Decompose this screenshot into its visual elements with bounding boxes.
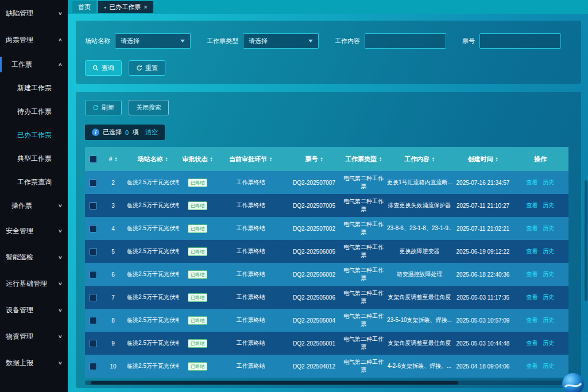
tab-close-icon[interactable]: × [144, 3, 147, 10]
tab[interactable]: ● 已办工作票 × [98, 1, 153, 13]
sort-icon[interactable]: ▲▼ [379, 157, 382, 161]
history-link[interactable]: 历史 [543, 178, 555, 187]
sort-icon[interactable]: ▲▼ [115, 157, 118, 161]
sidebar-item[interactable]: 工作票查询 [0, 170, 68, 194]
row-checkbox[interactable] [90, 225, 97, 232]
station-cell: 临洮2.5万千瓦光伏电... [125, 362, 180, 370]
station-select[interactable]: 请选择 [115, 33, 191, 49]
clear-selection-link[interactable]: 清空 [145, 128, 158, 137]
column-header[interactable]: 票号 ▲▼ [287, 147, 342, 171]
sidebar-item[interactable]: 运行基础管理 ∨ [0, 270, 68, 297]
history-link[interactable]: 历史 [543, 224, 555, 232]
sort-icon[interactable]: ▲▼ [320, 157, 323, 161]
history-link[interactable]: 历史 [543, 293, 555, 301]
history-link[interactable]: 历史 [543, 316, 555, 324]
column-header[interactable]: 审批状态 ▲▼ [180, 147, 215, 171]
column-header[interactable]: 工作票类型 ▲▼ [342, 147, 385, 171]
chevron-down-icon [180, 40, 185, 42]
horizontal-scrollbar-thumb[interactable] [91, 381, 458, 385]
reset-button[interactable]: 重置 [129, 60, 165, 76]
sort-icon[interactable]: ▲▼ [269, 157, 272, 161]
view-link[interactable]: 查看 [527, 224, 538, 232]
column-header[interactable]: 场站名称 ▲▼ [125, 147, 180, 171]
table-row[interactable]: 3 临洮2.5万千瓦光伏电... 已终结 工作票终结 DQ2-202507005… [85, 194, 568, 217]
sidebar-item[interactable]: 安全管理 ∨ [0, 218, 68, 244]
sort-icon[interactable]: ▲▼ [432, 157, 435, 161]
table-row[interactable]: 7 临洮2.5万千瓦光伏电... 已终结 工作票终结 DQ2-202505006… [85, 286, 568, 309]
station-select-value: 请选择 [121, 37, 140, 45]
row-checkbox[interactable] [90, 179, 97, 187]
sidebar-item[interactable]: 缺陷管理 ∨ [0, 0, 68, 26]
close-search-button[interactable]: 关闭搜索 [129, 100, 169, 115]
table-row[interactable]: 5 临洮2.5万千瓦光伏电... 已终结 工作票终结 DQ2-202506005… [85, 240, 568, 263]
column-header[interactable]: 操作 ▲▼ [512, 147, 568, 171]
sidebar-item-label: 安全管理 [6, 226, 33, 236]
action-cell: 查看 历史 [512, 247, 568, 255]
sidebar-item[interactable]: 典型工作票 [0, 147, 68, 170]
row-checkbox[interactable] [90, 202, 97, 209]
floating-logo-icon[interactable] [562, 372, 585, 392]
sidebar-item[interactable]: 待办工作票 [0, 100, 68, 123]
sidebar-item[interactable]: 已办工作票 [0, 123, 68, 147]
view-link[interactable]: 查看 [527, 293, 538, 301]
sidebar-item[interactable]: 数据上报 ∨ [0, 350, 68, 376]
sidebar-item-label: 操作票 [11, 201, 32, 211]
table-row[interactable]: 9 临洮2.5万千瓦光伏电... 已终结 工作票终结 DQ2-202505001… [85, 332, 568, 355]
sidebar-item[interactable]: 智能巡检 ∨ [0, 244, 68, 270]
work-content-text: 更换1号汇流箱内直流断... [387, 178, 452, 187]
row-checkbox[interactable] [90, 363, 97, 370]
column-header[interactable]: # ▲▼ [101, 147, 125, 171]
selection-count: 0 [125, 129, 129, 136]
row-index: 4 [101, 226, 125, 232]
tab[interactable]: 首页 [72, 1, 96, 13]
row-checkbox[interactable] [90, 248, 97, 255]
view-link[interactable]: 查看 [527, 201, 538, 209]
sort-icon[interactable]: ▲▼ [496, 157, 498, 161]
query-button[interactable]: 查询 [85, 60, 122, 76]
table-row[interactable]: 6 临洮2.5万千瓦光伏电... 已终结 工作票终结 DQ2-202506002… [85, 263, 568, 286]
vertical-scrollbar[interactable] [585, 180, 587, 301]
horizontal-scrollbar[interactable] [85, 381, 568, 385]
row-checkbox[interactable] [90, 271, 97, 278]
created-time-cell: 2025-06-19 09:12:22 [454, 249, 512, 255]
select-all-checkbox[interactable] [90, 156, 97, 163]
view-link[interactable]: 查看 [527, 247, 538, 255]
sidebar-item[interactable]: 新建工作票 [0, 76, 68, 100]
chevron-icon: ∧ [58, 37, 63, 42]
column-header[interactable]: 当前审批环节 ▲▼ [215, 147, 287, 171]
row-checkbox[interactable] [90, 294, 97, 301]
view-link[interactable]: 查看 [527, 339, 538, 347]
column-header[interactable]: 创建时间 ▲▼ [454, 147, 512, 171]
column-header[interactable]: 工作内容 ▲▼ [385, 147, 454, 171]
view-link[interactable]: 查看 [527, 316, 538, 324]
ticket-no-cell: DQ2-202505006 [287, 294, 342, 301]
table-row[interactable]: 10 临洮2.5万千瓦光伏电... 已终结 工作票终结 DQ2-20250401… [85, 355, 568, 378]
view-link[interactable]: 查看 [527, 270, 538, 278]
table-row[interactable]: 8 临洮2.5万千瓦光伏电... 已终结 工作票终结 DQ2-202505004… [85, 309, 568, 332]
work-content-input[interactable] [365, 33, 446, 49]
sidebar-item[interactable]: 操作票 ∨ [0, 194, 68, 218]
row-checkbox[interactable] [90, 340, 97, 347]
view-link[interactable]: 查看 [527, 362, 538, 370]
table-row[interactable]: 2 临洮2.5万千瓦光伏电... 已终结 工作票终结 DQ2-202507007… [85, 171, 568, 194]
sort-icon[interactable]: ▲▼ [165, 157, 168, 161]
history-link[interactable]: 历史 [543, 247, 555, 255]
refresh-button[interactable]: 刷新 [85, 100, 122, 115]
table-row[interactable]: 4 临洮2.5万千瓦光伏电... 已终结 工作票终结 DQ2-202507002… [85, 217, 568, 240]
history-link[interactable]: 历史 [543, 270, 555, 278]
sort-icon[interactable]: ▲▼ [210, 157, 213, 161]
reset-button-label: 重置 [145, 64, 158, 72]
ticket-type-select[interactable]: 请选择 [243, 33, 319, 49]
sidebar-item[interactable]: 设备管理 ∨ [0, 297, 68, 323]
sidebar-item[interactable]: 工作票 ∧ [0, 53, 68, 76]
selection-bar: i 已选择 0 项 清空 [85, 125, 572, 140]
history-link[interactable]: 历史 [543, 362, 555, 370]
work-content-cell: 4-2-6支架拆装、焊接、... [385, 362, 454, 370]
history-link[interactable]: 历史 [543, 201, 555, 209]
view-link[interactable]: 查看 [527, 178, 538, 187]
sidebar-item[interactable]: 物资管理 ∨ [0, 323, 68, 350]
history-link[interactable]: 历史 [543, 339, 555, 347]
row-checkbox[interactable] [90, 317, 97, 324]
ticket-no-input[interactable] [479, 33, 561, 49]
sidebar-item[interactable]: 两票管理 ∧ [0, 26, 68, 53]
